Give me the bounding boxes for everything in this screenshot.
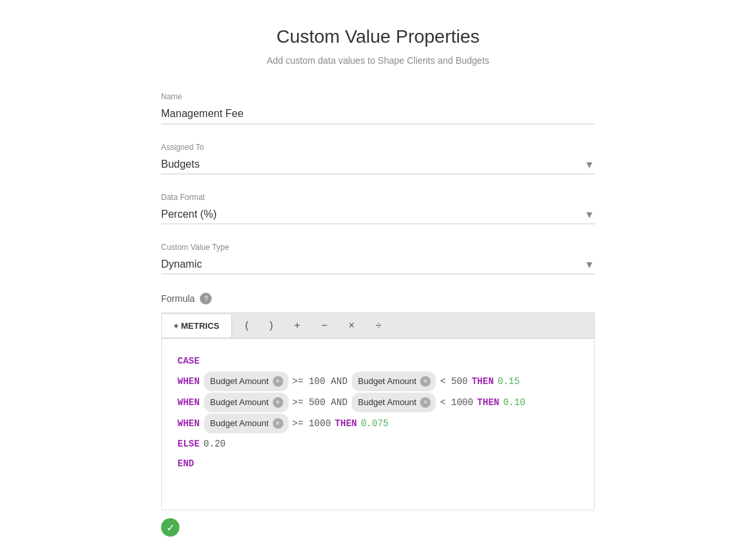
budget-amount-chip-2b[interactable]: Budget Amount ×: [352, 393, 437, 412]
data-format-field-group: Data Format Currency ($) Percent (%) Num…: [161, 193, 595, 224]
chip-close-3a[interactable]: ×: [273, 418, 283, 429]
when-keyword-3: WHEN: [177, 414, 200, 433]
assigned-to-label: Assigned To: [161, 143, 595, 152]
budget-amount-chip-1b[interactable]: Budget Amount ×: [352, 372, 437, 391]
budget-amount-chip-3a[interactable]: Budget Amount ×: [204, 414, 289, 433]
then-value-1: 0.15: [498, 372, 520, 391]
chip-label-1b: Budget Amount: [358, 373, 417, 390]
minus-button[interactable]: −: [319, 318, 330, 333]
op-2b: < 1000: [440, 393, 473, 412]
chip-label-2a: Budget Amount: [210, 394, 269, 411]
formula-editor: + METRICS ( ) + − × ÷ CASE WHEN: [161, 312, 595, 510]
data-format-select[interactable]: Currency ($) Percent (%) Number Text: [161, 205, 595, 224]
chip-close-2b[interactable]: ×: [420, 397, 431, 408]
chip-label-1a: Budget Amount: [210, 373, 269, 390]
else-value: 0.20: [204, 435, 226, 453]
then-value-3: 0.075: [361, 414, 389, 433]
when-keyword-2: WHEN: [177, 393, 200, 412]
op-1b: < 500: [440, 372, 467, 391]
validation-success-icon: ✓: [161, 518, 179, 537]
assigned-to-select[interactable]: Clients Budgets: [161, 155, 595, 174]
name-label: Name: [161, 92, 595, 101]
chip-label-3a: Budget Amount: [210, 415, 269, 432]
then-keyword-2: THEN: [477, 393, 500, 412]
data-format-label: Data Format: [161, 193, 595, 202]
formula-body: CASE WHEN Budget Amount × >= 100 AND Bud…: [162, 339, 594, 510]
metrics-button[interactable]: + METRICS: [162, 314, 232, 337]
formula-label: Formula: [161, 293, 195, 304]
else-keyword: ELSE: [177, 435, 200, 453]
formula-section: Formula ? + METRICS ( ) + − × ÷: [161, 293, 595, 537]
end-keyword: END: [177, 454, 194, 473]
budget-amount-chip-1a[interactable]: Budget Amount ×: [204, 372, 289, 391]
formula-line-when-2: WHEN Budget Amount × >= 500 AND Budget A…: [177, 393, 579, 412]
chip-label-2b: Budget Amount: [358, 394, 417, 411]
then-keyword-3: THEN: [335, 414, 357, 433]
status-row: ✓: [161, 518, 595, 537]
formula-line-end: END: [177, 454, 579, 473]
page-title: Custom Value Properties: [95, 26, 661, 47]
when-keyword-1: WHEN: [177, 372, 200, 391]
toolbar-ops: ( ) + − × ÷: [232, 313, 394, 338]
plus-button[interactable]: +: [291, 318, 302, 333]
form-section: Name Assigned To Clients Budgets ▾ Data …: [161, 92, 595, 274]
formula-help-icon[interactable]: ?: [200, 293, 212, 304]
multiply-button[interactable]: ×: [346, 318, 357, 333]
then-value-2: 0.10: [503, 393, 525, 412]
op-1a: >= 100 AND: [293, 372, 348, 391]
formula-line-else: ELSE 0.20: [177, 435, 579, 453]
chip-close-1b[interactable]: ×: [420, 376, 431, 387]
divide-button[interactable]: ÷: [373, 318, 384, 333]
formula-label-row: Formula ?: [161, 293, 595, 304]
custom-value-type-select-wrapper: Static Dynamic ▾: [161, 254, 595, 274]
op-2a: >= 500 AND: [293, 393, 348, 412]
chip-close-1a[interactable]: ×: [273, 376, 283, 387]
page-subtitle: Add custom data values to Shape Clients …: [95, 55, 661, 66]
budget-amount-chip-2a[interactable]: Budget Amount ×: [204, 393, 289, 412]
custom-value-type-select[interactable]: Static Dynamic: [161, 254, 595, 274]
data-format-select-wrapper: Currency ($) Percent (%) Number Text ▾: [161, 205, 595, 224]
formula-line-case: CASE: [177, 352, 579, 370]
assigned-to-field-group: Assigned To Clients Budgets ▾: [161, 143, 595, 174]
name-input[interactable]: [161, 104, 595, 124]
chip-close-2a[interactable]: ×: [273, 397, 283, 408]
case-keyword: CASE: [177, 352, 200, 370]
open-paren-button[interactable]: (: [243, 318, 251, 333]
then-keyword-1: THEN: [471, 372, 494, 391]
formula-line-when-1: WHEN Budget Amount × >= 100 AND Budget A…: [177, 372, 579, 391]
name-field-group: Name: [161, 92, 595, 124]
formula-line-when-3: WHEN Budget Amount × >= 1000 THEN 0.075: [177, 414, 579, 433]
op-3a: >= 1000: [293, 414, 331, 433]
formula-toolbar: + METRICS ( ) + − × ÷: [162, 313, 594, 339]
custom-value-type-label: Custom Value Type: [161, 243, 595, 252]
close-paren-button[interactable]: ): [267, 318, 275, 333]
custom-value-type-field-group: Custom Value Type Static Dynamic ▾: [161, 243, 595, 274]
assigned-to-select-wrapper: Clients Budgets ▾: [161, 155, 595, 174]
